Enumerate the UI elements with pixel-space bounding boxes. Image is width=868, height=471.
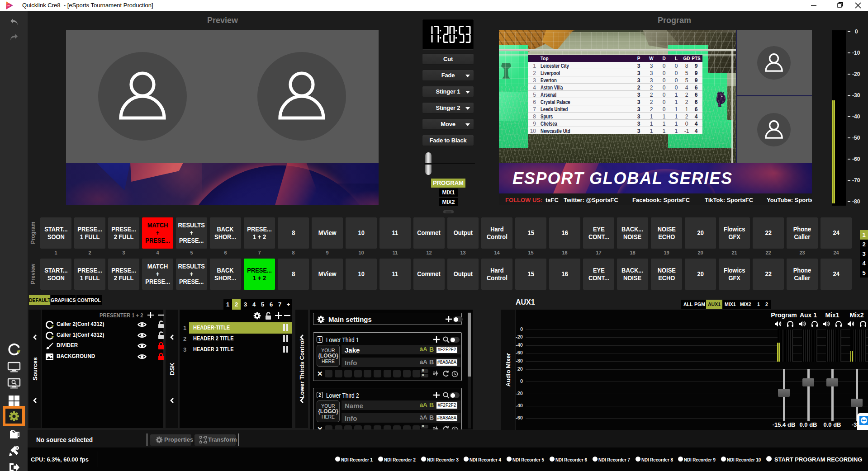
svg-text:cre: cre xyxy=(7,5,10,7)
